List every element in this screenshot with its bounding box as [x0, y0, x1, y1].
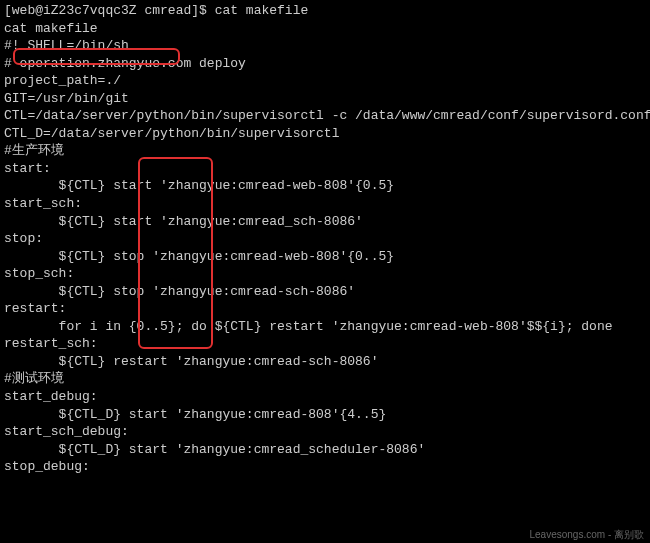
terminal-line: ${CTL_D} start 'zhangyue:cmread-808'{4..… [4, 406, 646, 424]
terminal-line: stop_sch: [4, 265, 646, 283]
terminal-line: start: [4, 160, 646, 178]
terminal-line: ${CTL} restart 'zhangyue:cmread-sch-8086… [4, 353, 646, 371]
watermark: Leavesongs.com - 离别歌 [530, 528, 645, 542]
terminal-line: cat makefile [4, 20, 646, 38]
terminal-line: restart_sch: [4, 335, 646, 353]
terminal-line: [web@iZ23c7vqqc3Z cmread]$ cat makefile [4, 2, 646, 20]
terminal-line: ${CTL_D} start 'zhangyue:cmread_schedule… [4, 441, 646, 459]
terminal-line: ${CTL} stop 'zhangyue:cmread-web-808'{0.… [4, 248, 646, 266]
terminal-line: # operation.zhangyue.com deploy [4, 55, 646, 73]
terminal-line: project_path=./ [4, 72, 646, 90]
terminal-line: ${CTL} stop 'zhangyue:cmread-sch-8086' [4, 283, 646, 301]
terminal-line: start_sch: [4, 195, 646, 213]
terminal-line: stop_debug: [4, 458, 646, 476]
terminal-line: CTL=/data/server/python/bin/supervisorct… [4, 107, 646, 125]
terminal-line: #测试环境 [4, 370, 646, 388]
terminal-line: ${CTL} start 'zhangyue:cmread-web-808'{0… [4, 177, 646, 195]
terminal-line: start_sch_debug: [4, 423, 646, 441]
terminal-line: for i in {0..5}; do ${CTL} restart 'zhan… [4, 318, 646, 336]
terminal-line: stop: [4, 230, 646, 248]
terminal-line: CTL_D=/data/server/python/bin/supervisor… [4, 125, 646, 143]
terminal-line: restart: [4, 300, 646, 318]
terminal-line: #生产环境 [4, 142, 646, 160]
terminal-line: ${CTL} start 'zhangyue:cmread_sch-8086' [4, 213, 646, 231]
terminal-line: #! SHELL=/bin/sh [4, 37, 646, 55]
terminal-line: GIT=/usr/bin/git [4, 90, 646, 108]
terminal-line: start_debug: [4, 388, 646, 406]
